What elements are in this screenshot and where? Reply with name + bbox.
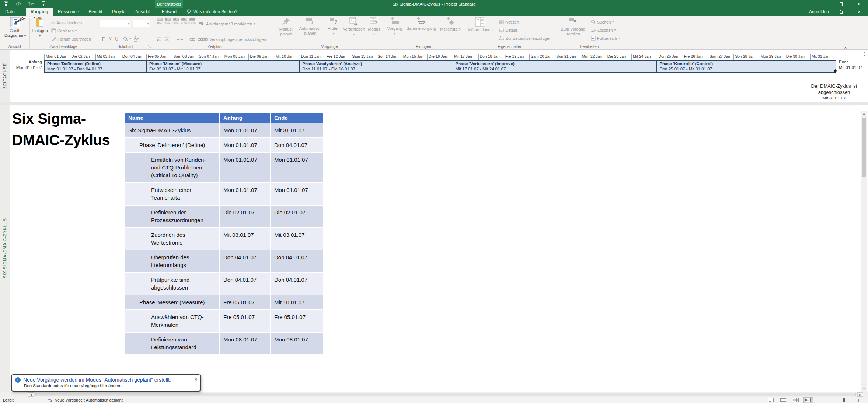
table-row[interactable]: Entwickeln einer TeamchartaMon 01.01.07M… [125, 183, 324, 205]
vertical-scroll-thumb[interactable] [862, 118, 866, 177]
gantt-view-icon[interactable] [766, 397, 775, 403]
font-color-button[interactable]: A [134, 36, 137, 42]
font-name-select[interactable]: ▾ [100, 20, 130, 27]
background-color-caret[interactable]: ▾ [129, 37, 131, 41]
respect-links-button[interactable]: Verknüpfungen berücksichtigen [202, 36, 266, 42]
timeline-mini-scroll[interactable]: ▲▼ [863, 51, 866, 57]
tab-bericht[interactable]: Bericht [84, 8, 107, 16]
report-view-icon[interactable] [803, 397, 813, 403]
bold-button[interactable]: F [100, 36, 107, 42]
ribbon-display-options-icon[interactable] [833, 8, 850, 16]
vertical-scrollbar[interactable]: ▲ ▼ [861, 111, 867, 392]
scroll-left-icon[interactable]: ◀ [28, 392, 34, 397]
table-row[interactable]: Auswählen von CTQ-MerkmalenFre 05.01.07F… [125, 310, 324, 332]
pct-75-button[interactable]: 75% [180, 18, 188, 27]
zoom-slider-track[interactable] [823, 400, 855, 400]
pane-divider[interactable] [0, 102, 868, 105]
timeline-phase-bar[interactable]: Phase 'Kontrolle' (Control)Don 25.01.07 … [657, 61, 836, 72]
task-usage-view-icon[interactable] [778, 397, 788, 403]
clear-button[interactable]: Löschen ▾ [591, 27, 616, 33]
auto-schedule-button[interactable]: Automatisch planen [297, 17, 324, 36]
underline-button[interactable]: U [114, 36, 120, 42]
minimize-button[interactable]: – [815, 0, 833, 8]
table-row[interactable]: Zuordnen des WertestromsMit 03.01.07Mit … [125, 228, 324, 250]
redo-icon[interactable]: ↻▾ [27, 1, 35, 7]
move-task-button[interactable]: Verschieben▾ [342, 17, 366, 37]
zoom-out-button[interactable]: − [818, 398, 820, 402]
timeline-phase-bar[interactable]: Phase 'Analysieren' (Analyze)Don 11.01.0… [300, 61, 453, 72]
cut-button[interactable]: ✂ Ausschneiden [51, 20, 82, 26]
scroll-up-icon[interactable]: ▲ [861, 111, 867, 117]
add-to-timeline-button[interactable]: Zur Zeitachse hinzufügen [499, 35, 551, 41]
new-task-mode-button[interactable]: Neue Vorgänge : Automatisch geplant [48, 398, 123, 402]
tell-me-box[interactable]: Was möchten Sie tun? [187, 8, 237, 16]
popup-action-link[interactable]: Den Standardmodus für neue Vorgänge hier… [24, 383, 197, 388]
format-painter-button[interactable]: Format übertragen [51, 36, 91, 42]
scroll-right-icon[interactable]: ▶ [857, 392, 863, 397]
manually-schedule-button[interactable]: Manuell planen [277, 17, 296, 36]
table-row[interactable]: Definieren von LeistungsstandardMon 08.0… [125, 333, 324, 354]
undo-icon[interactable]: ↺▾ [15, 1, 22, 7]
timeline-pane-strip[interactable]: ZEITACHSE [0, 50, 10, 102]
tab-projekt[interactable]: Projekt [107, 8, 130, 16]
font-color-caret[interactable]: ▾ [137, 37, 139, 41]
insert-summary-button[interactable]: Sammelvorgang [405, 17, 438, 31]
table-row[interactable]: Definieren der ProzesszuordnungenDie 02.… [125, 206, 324, 227]
timeline-phase-bar[interactable]: Phase 'Verbessern' (Improve)Mit 17.01.07… [453, 61, 657, 72]
column-header-name[interactable]: Name [125, 113, 219, 123]
column-header-ende[interactable]: Ende [271, 113, 323, 123]
indent-task-icon[interactable] [164, 37, 170, 42]
outdent-task-icon[interactable] [156, 37, 162, 42]
close-ribbon-icon[interactable]: × [850, 8, 868, 16]
table-row[interactable]: Six Sigma-DMAIC-ZyklusMon 01.01.07Mit 31… [125, 123, 324, 137]
restore-button[interactable] [833, 0, 850, 8]
popup-close-icon[interactable]: × [195, 377, 197, 382]
italic-button[interactable]: K [107, 36, 113, 42]
save-icon[interactable] [2, 1, 10, 7]
tab-ansicht[interactable]: Ansicht [130, 8, 154, 16]
insert-milestone-button[interactable]: Meilenstein [439, 17, 462, 32]
pct-50-button[interactable]: 50% [172, 18, 179, 27]
find-button[interactable]: Suchen ▾ [591, 19, 614, 25]
tab-datei[interactable]: Datei [0, 8, 21, 16]
pct-0-button[interactable]: 0% [156, 18, 163, 27]
scroll-to-task-button[interactable]: Zum Vorgang scrollen [558, 17, 588, 36]
tab-ressource[interactable]: Ressource [53, 8, 84, 16]
timeline-pane: ZEITACHSE Anfang Mon 01.01.07 Mon 01 Jan… [0, 50, 868, 102]
table-row[interactable]: Phase 'Messen' (Measure)Fre 05.01.07Mit … [125, 295, 324, 309]
report-pane-strip[interactable]: SIX SIGMA-DMAIC-ZYKLUS [0, 105, 10, 392]
scroll-down-icon[interactable]: ▼ [861, 385, 867, 392]
task-notes-button[interactable]: Notizen [499, 19, 519, 25]
pct-100-button[interactable]: 100% [188, 18, 196, 27]
zoom-slider-thumb[interactable] [843, 398, 845, 402]
font-size-select[interactable]: ▾ [133, 20, 150, 27]
table-row[interactable]: Überprüfen des LieferumfangsDon 04.01.07… [125, 250, 324, 272]
table-row[interactable]: Phase 'Definieren' (Define)Mon 01.01.07D… [125, 138, 324, 152]
task-inspect-button[interactable]: ? Prüfen▾ [325, 17, 342, 36]
insert-task-button[interactable]: Vorgang▾ [385, 17, 405, 36]
timeline-phase-bar[interactable]: Phase 'Messen' (Measure)Fre 05.01.07 - M… [147, 61, 300, 72]
split-task-icon[interactable] [177, 38, 183, 41]
column-header-anfang[interactable]: Anfang [220, 113, 270, 123]
link-tasks-icon[interactable] [189, 38, 195, 41]
sign-in-link[interactable]: Anmelden [805, 9, 833, 14]
team-planner-view-icon[interactable] [791, 397, 801, 403]
horizontal-scroll-thumb[interactable] [35, 393, 856, 396]
tab-entwurf[interactable]: Entwurf [155, 8, 183, 16]
mark-on-track-button[interactable]: Als plangemäß markieren ▾ [199, 21, 255, 27]
task-mode-button[interactable]: ? Modus▾ [366, 17, 382, 37]
copy-button[interactable]: Kopieren ▾ [51, 28, 77, 34]
customize-qat-icon[interactable]: ▔▾ [40, 1, 47, 7]
table-row[interactable]: Ermitteln von Kunden- und CTQ-Problemen … [125, 153, 324, 182]
horizontal-scrollbar[interactable]: ◀ ▶ [0, 392, 868, 397]
task-details-button[interactable]: Details [499, 27, 518, 33]
task-information-button[interactable]: Informationen [465, 17, 495, 32]
zoom-in-button[interactable]: + [857, 398, 860, 402]
close-button[interactable]: × [850, 0, 868, 8]
table-row[interactable]: Prüfpunkte sind abgeschlossenDon 04.01.0… [125, 273, 324, 295]
background-color-icon[interactable] [123, 36, 129, 41]
tab-vorgang[interactable]: Vorgang [26, 8, 53, 16]
fill-button[interactable]: Füllbereich ▾ [591, 35, 620, 41]
pct-25-button[interactable]: 25% [164, 18, 171, 27]
timeline-phase-bar[interactable]: Phase 'Definieren' (Define)Mon 01.01.07 … [45, 61, 147, 72]
